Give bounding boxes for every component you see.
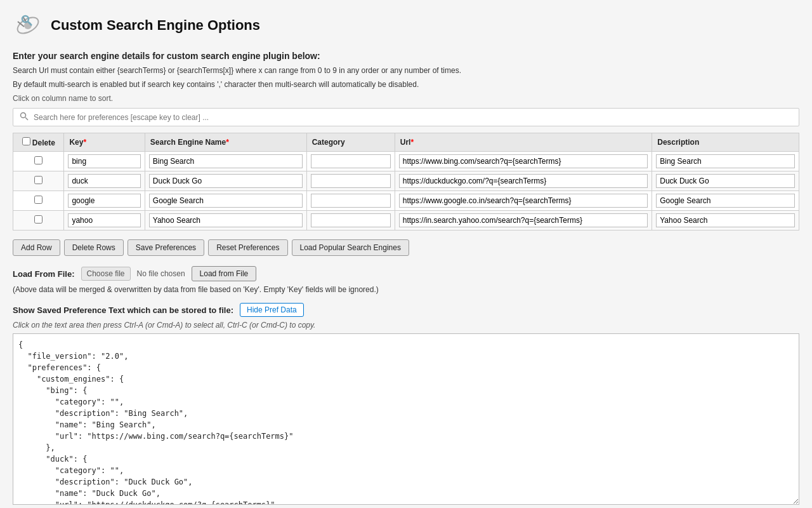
table-row bbox=[13, 171, 799, 191]
col-name-label: Search Engine Name bbox=[150, 138, 226, 147]
row-name-cell bbox=[145, 211, 306, 231]
row-name-input[interactable] bbox=[149, 174, 303, 188]
row-url-input[interactable] bbox=[399, 174, 648, 188]
row-desc-cell bbox=[652, 211, 799, 231]
row-key-input[interactable] bbox=[68, 174, 140, 188]
row-url-cell bbox=[395, 191, 652, 211]
row-delete-cell bbox=[13, 152, 64, 171]
search-bar bbox=[13, 108, 799, 126]
show-pref-row: Show Saved Preference Text which can be … bbox=[13, 303, 799, 317]
row-desc-input[interactable] bbox=[656, 174, 795, 188]
row-name-cell bbox=[145, 171, 306, 191]
choose-file-text: Choose file bbox=[87, 269, 125, 278]
row-name-cell bbox=[145, 152, 306, 171]
row-url-input[interactable] bbox=[399, 154, 648, 168]
row-desc-input[interactable] bbox=[656, 154, 795, 168]
load-file-row: Load From File: Choose file No file chos… bbox=[13, 266, 799, 281]
no-file-chosen-text: No file chosen bbox=[137, 269, 185, 278]
col-category-label: Category bbox=[312, 138, 345, 147]
row-name-cell bbox=[145, 191, 306, 211]
col-header-key[interactable]: Key* bbox=[64, 133, 145, 152]
table-row bbox=[13, 191, 799, 211]
row-category-input[interactable] bbox=[311, 194, 391, 208]
search-icon bbox=[20, 112, 29, 123]
add-row-button[interactable]: Add Row bbox=[13, 239, 60, 256]
col-header-description[interactable]: Description bbox=[652, 133, 799, 152]
col-header-url[interactable]: Url* bbox=[395, 133, 652, 152]
row-key-cell bbox=[64, 211, 145, 231]
row-category-cell bbox=[306, 152, 395, 171]
page-header: Custom Search Engine Options bbox=[13, 10, 799, 41]
row-delete-cell bbox=[13, 171, 64, 191]
col-header-delete-label: Delete bbox=[32, 138, 55, 147]
svg-line-7 bbox=[25, 117, 28, 120]
url-required-star: * bbox=[410, 138, 414, 147]
row-category-input[interactable] bbox=[311, 154, 391, 168]
logo-icon bbox=[13, 10, 43, 41]
row-category-input[interactable] bbox=[311, 174, 391, 188]
select-all-checkbox[interactable] bbox=[22, 137, 30, 145]
row-checkbox[interactable] bbox=[34, 156, 43, 164]
show-pref-label: Show Saved Preference Text which can be … bbox=[13, 305, 233, 315]
row-url-cell bbox=[395, 211, 652, 231]
action-buttons-row: Add Row Delete Rows Save Preferences Res… bbox=[13, 239, 799, 256]
row-url-input[interactable] bbox=[399, 213, 648, 227]
hide-pref-button[interactable]: Hide Pref Data bbox=[240, 303, 304, 317]
row-checkbox[interactable] bbox=[34, 196, 43, 204]
col-url-label: Url bbox=[400, 138, 411, 147]
row-desc-cell bbox=[652, 171, 799, 191]
row-url-cell bbox=[395, 171, 652, 191]
row-delete-cell bbox=[13, 211, 64, 231]
key-required-star: * bbox=[83, 138, 86, 147]
row-name-input[interactable] bbox=[149, 194, 303, 208]
row-category-cell bbox=[306, 191, 395, 211]
row-desc-input[interactable] bbox=[656, 194, 795, 208]
row-url-input[interactable] bbox=[399, 194, 648, 208]
engines-table: Delete Key* Search Engine Name* Category… bbox=[13, 133, 799, 231]
row-key-cell bbox=[64, 191, 145, 211]
copy-hint: Click on the text area then press Ctrl-A… bbox=[13, 321, 799, 330]
pref-textarea[interactable] bbox=[13, 333, 799, 505]
save-preferences-button[interactable]: Save Preferences bbox=[128, 239, 204, 256]
load-file-label: Load From File: bbox=[13, 269, 75, 279]
search-input[interactable] bbox=[34, 113, 792, 122]
table-header-row: Delete Key* Search Engine Name* Category… bbox=[13, 133, 799, 152]
col-desc-label: Description bbox=[657, 138, 699, 147]
row-desc-cell bbox=[652, 152, 799, 171]
table-row bbox=[13, 152, 799, 171]
col-header-delete[interactable]: Delete bbox=[13, 133, 64, 152]
row-desc-input[interactable] bbox=[656, 213, 795, 227]
sort-hint: Click on column name to sort. bbox=[13, 94, 799, 103]
col-header-name[interactable]: Search Engine Name* bbox=[145, 133, 306, 152]
load-from-file-button[interactable]: Load from File bbox=[192, 266, 257, 281]
svg-point-6 bbox=[21, 113, 26, 118]
load-popular-button[interactable]: Load Popular Search Engines bbox=[292, 239, 409, 256]
section-title: Enter your search engine details for cus… bbox=[13, 51, 799, 61]
row-delete-cell bbox=[13, 191, 64, 211]
row-checkbox[interactable] bbox=[34, 176, 43, 184]
name-required-star: * bbox=[226, 138, 229, 147]
col-header-category[interactable]: Category bbox=[306, 133, 395, 152]
col-key-label: Key bbox=[69, 138, 83, 147]
row-key-input[interactable] bbox=[68, 213, 140, 227]
row-desc-cell bbox=[652, 191, 799, 211]
info-text-2: By default multi-search is enabled but i… bbox=[13, 79, 799, 90]
row-key-cell bbox=[64, 171, 145, 191]
page-title: Custom Search Engine Options bbox=[51, 17, 260, 34]
reset-preferences-button[interactable]: Reset Preferences bbox=[208, 239, 287, 256]
delete-rows-button[interactable]: Delete Rows bbox=[64, 239, 124, 256]
row-url-cell bbox=[395, 152, 652, 171]
row-category-input[interactable] bbox=[311, 213, 391, 227]
row-name-input[interactable] bbox=[149, 154, 303, 168]
row-checkbox[interactable] bbox=[34, 215, 43, 224]
merge-note: (Above data will be merged & overwritten… bbox=[13, 285, 799, 294]
row-key-input[interactable] bbox=[68, 154, 140, 168]
row-key-cell bbox=[64, 152, 145, 171]
row-key-input[interactable] bbox=[68, 194, 140, 208]
choose-file-label[interactable]: Choose file bbox=[81, 267, 131, 281]
row-category-cell bbox=[306, 171, 395, 191]
row-category-cell bbox=[306, 211, 395, 231]
table-body bbox=[13, 152, 799, 231]
info-text-1: Search Url must contain either {searchTe… bbox=[13, 65, 799, 76]
row-name-input[interactable] bbox=[149, 213, 303, 227]
